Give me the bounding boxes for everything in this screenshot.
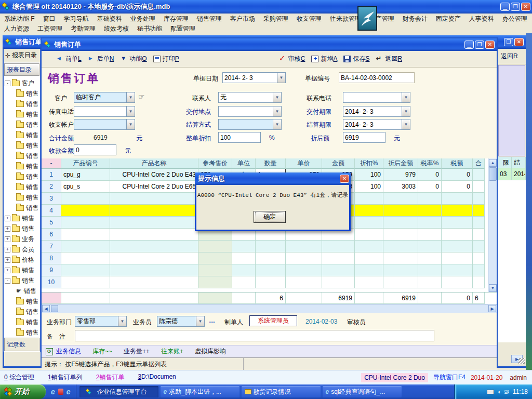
menu-item[interactable]: 财务会计 [398, 14, 432, 24]
taskbar-task-button[interactable]: e求助_脚本出错，... [161, 386, 240, 397]
back-mini-cell[interactable]: 03 [498, 168, 512, 180]
grid-cell[interactable] [383, 229, 418, 241]
grid-hscrollbar[interactable]: ◀ ▶ [42, 304, 497, 313]
grid-cell[interactable] [232, 264, 256, 276]
grid-cell[interactable] [473, 241, 485, 252]
row-number-cell[interactable]: 6 [42, 229, 61, 241]
tree-item[interactable]: 销售 [4, 171, 40, 182]
toolbar-button-down[interactable]: 功能O [117, 54, 150, 64]
record-count-button[interactable]: 记录数 [4, 338, 39, 351]
grid-cell[interactable]: CPU-Intel Core 2 Duo E43 [110, 169, 198, 181]
row-number-cell[interactable]: 4 [42, 205, 61, 217]
row-number-cell[interactable]: 3 [42, 193, 61, 205]
grid-cell[interactable] [322, 276, 355, 288]
row-number-cell[interactable]: 10 [42, 276, 61, 288]
menu-item[interactable]: 配置管理 [166, 23, 200, 34]
grid-cell[interactable] [198, 252, 232, 264]
date-combo[interactable]: 2014- 2- 3▼ [222, 72, 286, 83]
row-number-cell[interactable]: 1 [42, 169, 61, 181]
tree-toggle-icon[interactable]: + [5, 216, 10, 221]
grid-cell[interactable] [473, 181, 485, 193]
resize-grip[interactable] [518, 358, 525, 364]
ie-icon[interactable]: e [51, 388, 55, 396]
grid-cell[interactable] [355, 217, 383, 229]
order-window-titlebar[interactable]: 销售订单 ▁ ❐ ✕ [42, 38, 497, 51]
chevron-down-icon[interactable]: ▼ [196, 316, 204, 326]
grid-cell[interactable] [473, 205, 485, 217]
grid-cell[interactable]: 100 [355, 181, 383, 193]
received-input[interactable] [74, 144, 116, 155]
menu-item[interactable]: 系统功能 F [0, 14, 39, 24]
info-strip-item[interactable]: 业务信息 [56, 348, 81, 355]
grid-cell[interactable] [418, 276, 442, 288]
network-tray-icon[interactable]: 🖳 [504, 389, 510, 395]
tree-item[interactable]: +销售 [4, 223, 40, 234]
refresh-icon[interactable]: ⟳ [46, 348, 53, 355]
salesman-more-button[interactable]: … [209, 317, 215, 324]
chevron-down-icon[interactable]: ▼ [126, 107, 135, 116]
grid-cell[interactable] [418, 241, 442, 252]
grid-cell[interactable]: 0 [442, 169, 473, 181]
tree-item[interactable]: 销售 [4, 109, 40, 119]
tree-item[interactable]: -销售 [4, 275, 40, 286]
tree-item[interactable]: +价格 [4, 255, 40, 265]
tree-item[interactable]: 销售 [4, 203, 40, 213]
chevron-down-icon[interactable]: ▼ [402, 107, 410, 116]
grid-cell[interactable] [232, 276, 256, 288]
row-number-cell[interactable]: 2 [42, 181, 61, 193]
menu-item[interactable]: 固定资产 [432, 14, 465, 24]
toolbar-button-new[interactable]: 新增A [308, 54, 340, 64]
scroll-thumb[interactable] [489, 167, 497, 181]
grid-cell[interactable] [473, 229, 485, 241]
grid-cell[interactable] [110, 252, 198, 264]
chevron-down-icon[interactable]: ▼ [126, 92, 135, 102]
grid-cell[interactable] [61, 217, 110, 229]
menu-item[interactable]: 办公管理 [498, 14, 531, 24]
grid-cell[interactable] [442, 252, 473, 264]
grid-cell[interactable] [473, 264, 485, 276]
chevron-down-icon[interactable]: ▼ [126, 119, 135, 129]
grid-cell[interactable] [383, 252, 418, 264]
chevron-down-icon[interactable]: ▼ [273, 107, 281, 116]
grid-cell[interactable] [418, 264, 442, 276]
menu-item[interactable]: 采购管理 [259, 14, 292, 24]
grid-cell[interactable] [198, 264, 232, 276]
settle-term-combo[interactable]: 2014- 2- 3▼ [343, 119, 410, 130]
tree-item[interactable]: 销售 [4, 88, 40, 99]
scroll-right-arrow[interactable]: ▶ [488, 305, 496, 312]
minimize-button[interactable]: ▁ [500, 3, 510, 11]
grid-cell[interactable] [383, 217, 418, 229]
tree-item[interactable]: 销售 [4, 140, 40, 151]
chevron-down-icon[interactable]: ▼ [118, 316, 126, 326]
status-nav-window[interactable]: 导航窗口F4 [433, 373, 466, 382]
tree-toggle-icon[interactable]: + [5, 236, 10, 242]
salesman-combo[interactable]: 陈宗德▼ [157, 316, 205, 327]
grid-cell[interactable] [473, 169, 485, 181]
status-window-link[interactable]: 2销售订单 [96, 373, 125, 382]
dept-combo[interactable]: 零售部▼ [75, 316, 127, 327]
tree-item[interactable]: 销售 [4, 307, 40, 317]
menu-item[interactable]: 窗口 [39, 14, 60, 24]
back-mini-cell[interactable]: 2014 [512, 168, 526, 180]
customer-combo[interactable]: 临时客户▼ [74, 92, 135, 103]
tree-item[interactable]: ☛销售 [4, 286, 40, 296]
grid-cell[interactable] [473, 193, 485, 205]
dialog-ok-button[interactable]: 确定 [254, 211, 286, 223]
menu-item[interactable]: 人事资料 [465, 14, 498, 24]
keyboard-tray-icon[interactable] [487, 390, 494, 394]
status-window-link[interactable]: 1销售订单列 [48, 373, 83, 382]
dialog-titlebar[interactable]: 提示信息 ✕ [195, 172, 351, 185]
order-minimize-button[interactable]: ▁ [464, 41, 474, 49]
order-maximize-button[interactable]: ❐ [475, 41, 484, 49]
toolbar-button-check[interactable]: 审核C [276, 54, 309, 64]
grid-cell[interactable] [418, 205, 442, 217]
sidebar-tab-report-list[interactable]: 报表目录 [4, 63, 39, 76]
grid-cell[interactable] [442, 193, 473, 205]
scroll-down-arrow[interactable]: ▼ [489, 284, 497, 292]
info-strip-item[interactable]: 库存~~ [92, 348, 112, 355]
tree-item[interactable]: -客户 [4, 78, 40, 88]
grid-cell[interactable] [286, 276, 322, 288]
scroll-up-arrow[interactable]: ▲ [489, 159, 497, 167]
menu-item[interactable]: 销售管理 [193, 14, 226, 24]
contact-combo[interactable]: 无▼ [218, 92, 282, 103]
